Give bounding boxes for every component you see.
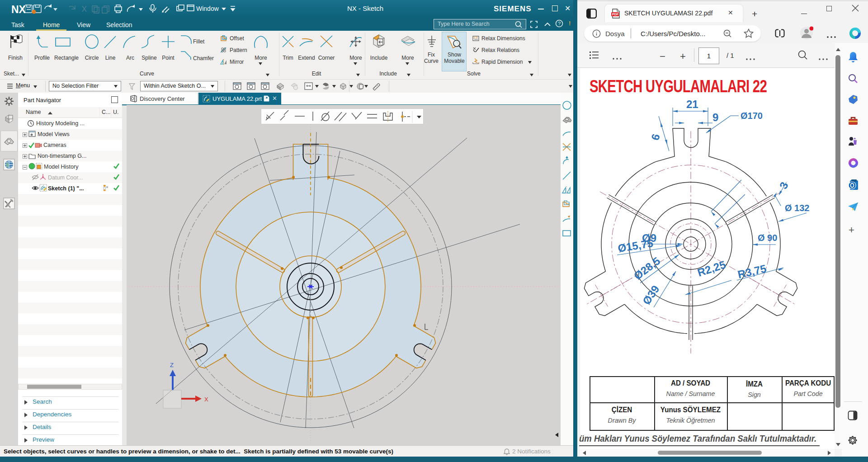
svg-text:3: 3	[777, 180, 791, 191]
svg-text:Ø15,75: Ø15,75	[617, 237, 654, 255]
svg-text:R3,75: R3,75	[736, 262, 767, 281]
svg-text:9: 9	[712, 111, 718, 123]
svg-text:Ø39: Ø39	[640, 283, 662, 307]
svg-text:Ø170: Ø170	[741, 111, 763, 121]
svg-text:R2,25: R2,25	[696, 258, 727, 278]
svg-text:6: 6	[649, 132, 662, 142]
svg-text:X: X	[204, 396, 208, 403]
svg-text:Ø 90: Ø 90	[758, 233, 777, 243]
svg-text:Ø 132: Ø 132	[785, 203, 809, 213]
svg-text:Z: Z	[170, 362, 174, 368]
svg-text:1.0: 1.0	[473, 36, 478, 39]
svg-text:21: 21	[686, 98, 698, 110]
svg-text:PDF: PDF	[612, 13, 619, 16]
svg-text:?: ?	[558, 21, 561, 26]
